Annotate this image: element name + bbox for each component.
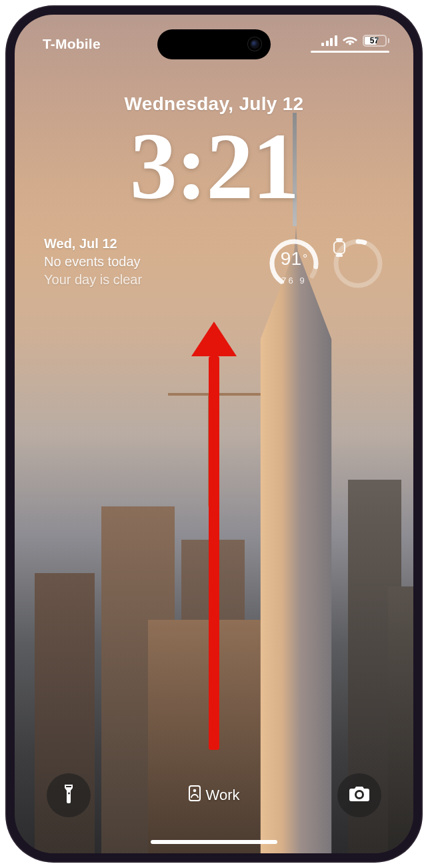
- calendar-widget[interactable]: Wed, Jul 12 No events today Your day is …: [44, 235, 142, 289]
- lockscreen-bottom-controls: Work: [15, 773, 413, 817]
- flashlight-icon: [61, 783, 77, 807]
- lockscreen-time: 3:21: [15, 119, 413, 213]
- volume-up-button: [7, 207, 7, 259]
- battery-percent: 57: [370, 36, 379, 45]
- watch-battery-widget[interactable]: [332, 238, 384, 290]
- status-bar: T-Mobile 57: [15, 33, 413, 60]
- cellular-signal-icon: [321, 35, 337, 46]
- lockscreen-widgets: Wed, Jul 12 No events today Your day is …: [44, 235, 384, 290]
- wallpaper-tower: [249, 226, 343, 853]
- weather-widget[interactable]: 91° 76 9: [268, 238, 320, 290]
- svg-rect-7: [189, 786, 200, 801]
- battery-indicator: 57: [363, 35, 390, 47]
- svg-rect-6: [336, 254, 343, 257]
- apple-watch-icon: [332, 238, 384, 290]
- side-power-button: [421, 227, 421, 307]
- home-indicator[interactable]: [151, 840, 277, 844]
- swipe-up-arrow-annotation: [191, 322, 237, 750]
- lock-screen[interactable]: T-Mobile 57 Wednesday,: [15, 15, 413, 853]
- lockscreen-date: Wednesday, July 12: [15, 93, 413, 115]
- focus-mode-label: Work: [206, 787, 240, 804]
- svg-rect-4: [334, 242, 345, 254]
- svg-point-8: [193, 789, 196, 793]
- weather-range: 76 9: [268, 276, 320, 286]
- focus-mode-button[interactable]: Work: [189, 785, 240, 805]
- mute-switch: [7, 157, 7, 185]
- iphone-frame: T-Mobile 57 Wednesday,: [7, 7, 421, 861]
- status-bar-underline: [311, 51, 389, 53]
- calendar-widget-status: No events today: [44, 253, 142, 271]
- camera-icon: [349, 785, 370, 805]
- calendar-widget-subtext: Your day is clear: [44, 271, 142, 289]
- wifi-icon: [343, 35, 357, 46]
- focus-badge-icon: [189, 785, 201, 805]
- svg-rect-5: [336, 238, 343, 241]
- carrier-label: T-Mobile: [43, 36, 101, 52]
- volume-down-button: [7, 272, 7, 324]
- calendar-widget-date: Wed, Jul 12: [44, 235, 142, 253]
- lockscreen-datetime[interactable]: Wednesday, July 12 3:21: [15, 93, 413, 213]
- camera-button[interactable]: [337, 773, 381, 817]
- flashlight-button[interactable]: [47, 773, 91, 817]
